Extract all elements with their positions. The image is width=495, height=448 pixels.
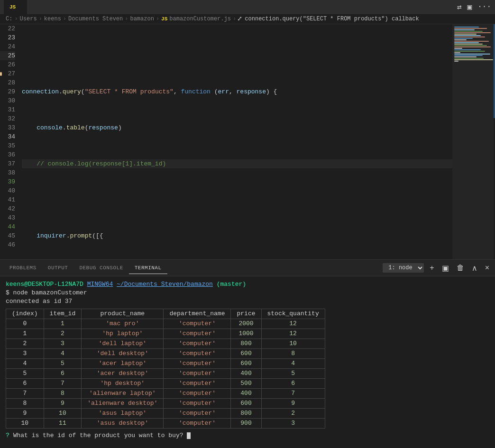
cell-item-id: 4 [44,349,82,359]
cell-item-id: 8 [44,389,82,399]
col-header-stock-quantity: stock_quantity [261,309,325,319]
cell-dept-name: 'computer' [164,349,231,359]
title-bar-icons: ⇄ ▣ ··· [457,2,491,12]
tab-terminal[interactable]: TERMINAL [129,262,167,274]
cell-product-name: 'alienware laptop' [82,389,164,399]
title-bar-left: JS [4,0,27,14]
cell-stock: 7 [261,389,325,399]
code-line-23: connection.query("SELECT * FROM products… [22,87,452,96]
col-header-department-name: department_name [164,309,231,319]
cell-dept-name: 'computer' [164,359,231,369]
table-row: 6 7 'hp desktop' 'computer' 500 6 [6,379,325,389]
cell-stock: 2 [261,409,325,419]
cell-index: 2 [6,339,44,349]
tab-output[interactable]: OUTPUT [42,262,74,274]
tab-debug-console[interactable]: DEBUG CONSOLE [73,262,128,274]
cell-product-name: 'hp desktop' [82,379,164,389]
cell-index: 1 [6,329,44,339]
collapse-panel-button[interactable]: ∧ [470,263,479,274]
cell-price: 1000 [231,329,261,339]
more-actions-icon[interactable]: ··· [477,2,491,12]
cell-item-id: 9 [44,399,82,409]
cell-product-name: 'asus desktop' [82,419,164,429]
cell-price: 400 [231,389,261,399]
table-row: 10 11 'asus desktop' 'computer' 900 3 [6,419,325,429]
split-editor-icon[interactable]: ⇄ [457,2,462,12]
table-row: 0 1 'mac pro' 'computer' 2000 12 [6,319,325,329]
terminal-shell: MINGW64 [87,281,113,288]
cell-product-name: 'mac pro' [82,319,164,329]
cell-index: 5 [6,369,44,379]
cell-index: 3 [6,349,44,359]
minimap [452,24,495,259]
cell-stock: 3 [261,419,325,429]
terminal-table-wrapper: (index) item_id product_name department_… [6,309,489,429]
code-lines: 22 23 24 25 26 27 28 29 30 31 32 33 34 3… [0,24,452,259]
question-mark: ? [6,432,9,439]
terminal-question-line: ? What is the id of the product you want… [6,431,489,440]
cell-stock: 12 [261,319,325,329]
code-line-27: inquirer.prompt([{ [22,231,452,240]
delete-terminal-button[interactable]: 🗑 [455,263,466,273]
cell-item-id: 1 [44,319,82,329]
cell-price: 900 [231,419,261,429]
cell-product-name: 'acer desktop' [82,369,164,379]
code-editor[interactable]: 22 23 24 25 26 27 28 29 30 31 32 33 34 3… [0,24,452,259]
cell-price: 500 [231,379,261,389]
code-line-25: // console.log(response[1].item_id) [22,159,452,168]
terminal-prompt-line: keens@DESKTOP-L12NA7D MINGW64 ~/Document… [6,280,489,289]
cell-product-name: 'acer laptop' [82,359,164,369]
cell-index: 6 [6,379,44,389]
layout-icon[interactable]: ▣ [468,2,472,12]
table-row: 8 9 'alienware desktop' 'computer' 600 9 [6,399,325,409]
cell-price: 400 [231,369,261,379]
cell-product-name: 'dell desktop' [82,349,164,359]
cell-item-id: 3 [44,339,82,349]
table-row: 4 5 'acer laptop' 'computer' 600 4 [6,359,325,369]
table-header-row: (index) item_id product_name department_… [6,309,325,319]
cell-dept-name: 'computer' [164,329,231,339]
cell-stock: 9 [261,399,325,409]
panel-tab-right: 1: node + ▣ 🗑 ∧ × [383,263,491,274]
tab-problems[interactable]: PROBLEMS [4,262,42,274]
new-terminal-button[interactable]: + [428,263,436,273]
cell-stock: 6 [261,379,325,389]
cell-dept-name: 'computer' [164,419,231,429]
cell-item-id: 6 [44,369,82,379]
col-header-item-id: item_id [44,309,82,319]
cell-item-id: 10 [44,409,82,419]
cell-index: 10 [6,419,44,429]
terminal-table: (index) item_id product_name department_… [6,309,325,429]
cell-product-name: 'alienware desktop' [82,399,164,409]
cell-index: 0 [6,319,44,329]
cell-stock: 12 [261,329,325,339]
cell-item-id: 7 [44,379,82,389]
editor-area: 22 23 24 25 26 27 28 29 30 31 32 33 34 3… [0,24,495,259]
table-row: 7 8 'alienware laptop' 'computer' 400 7 [6,389,325,399]
table-row: 2 3 'dell laptop' 'computer' 800 10 [6,339,325,349]
col-header-product-name: product_name [82,309,164,319]
cell-stock: 10 [261,339,325,349]
terminal-path: ~/Documents Steven/bamazon [117,281,213,288]
editor-tab[interactable]: JS [4,0,27,14]
cell-price: 800 [231,339,261,349]
panel-tabs: PROBLEMS OUTPUT DEBUG CONSOLE TERMINAL 1… [0,260,495,276]
code-line-26 [22,195,452,204]
cell-index: 9 [6,409,44,419]
close-panel-button[interactable]: × [483,263,491,273]
col-header-price: price [231,309,261,319]
code-line-24: console.table(response) [22,123,452,132]
terminal-selector[interactable]: 1: node [383,263,424,273]
terminal-command-line: $ node bamazonCustomer [6,289,489,297]
table-row: 1 2 'hp laptop' 'computer' 1000 12 [6,329,325,339]
split-terminal-button[interactable]: ▣ [440,263,451,274]
cell-price: 2000 [231,319,261,329]
table-row: 3 4 'dell desktop' 'computer' 600 8 [6,349,325,359]
js-badge: JS [9,4,16,10]
cell-dept-name: 'computer' [164,399,231,409]
code-line-22 [22,51,452,60]
cell-product-name: 'dell laptop' [82,339,164,349]
table-row: 5 6 'acer desktop' 'computer' 400 5 [6,369,325,379]
cell-product-name: 'hp laptop' [82,329,164,339]
terminal-content[interactable]: keens@DESKTOP-L12NA7D MINGW64 ~/Document… [0,276,495,448]
